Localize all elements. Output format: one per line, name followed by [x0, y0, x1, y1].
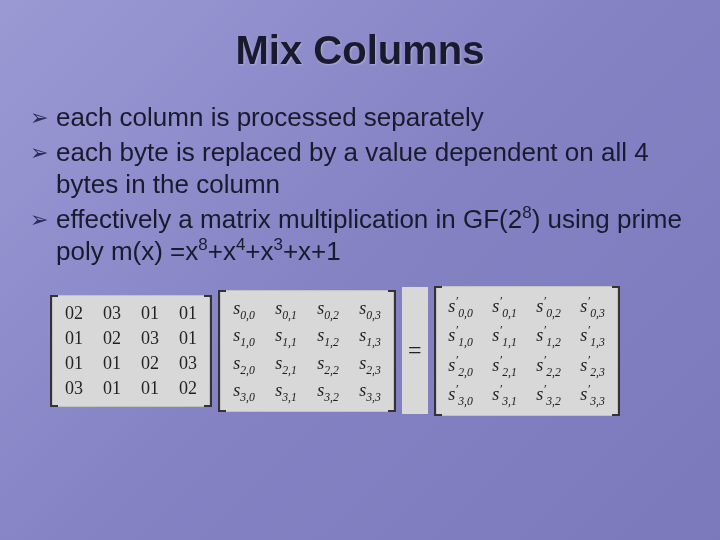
matrix-cell: s′1,3	[578, 323, 608, 349]
matrix-cell: 01	[62, 328, 86, 349]
matrix-cell: s0,0	[230, 298, 258, 322]
bullet-item: ➢ effectively a matrix multiplication in…	[30, 203, 690, 268]
bullet-item: ➢ each column is processed separately	[30, 101, 690, 134]
matrix-cell: 02	[100, 328, 124, 349]
matrix-cell: 01	[176, 328, 200, 349]
bullet-text: each column is processed separately	[56, 101, 690, 134]
matrix-cell: 03	[176, 353, 200, 374]
matrix-cell: s0,3	[356, 298, 384, 322]
bullet-text: effectively a matrix multiplication in G…	[56, 203, 690, 268]
matrix-cell: s′1,0	[446, 323, 476, 349]
matrix-cell: s3,0	[230, 380, 258, 404]
matrix-result: s′0,0s′0,1s′0,2s′0,3s′1,0s′1,1s′1,2s′1,3…	[434, 286, 620, 416]
matrix-cell: 01	[138, 303, 162, 324]
matrix-cell: s′3,2	[534, 382, 564, 408]
bullet-marker-icon: ➢	[30, 203, 48, 234]
matrix-cell: 03	[100, 303, 124, 324]
matrix-coefficients: 02030101010203010101020303010102	[50, 295, 212, 407]
matrix-cell: 03	[138, 328, 162, 349]
matrix-cell: s1,3	[356, 325, 384, 349]
bullet-text: each byte is replaced by a value depende…	[56, 136, 690, 201]
bullet-item: ➢ each byte is replaced by a value depen…	[30, 136, 690, 201]
matrix-cell: s3,3	[356, 380, 384, 404]
matrix-cell: s3,1	[272, 380, 300, 404]
matrix-cell: 03	[62, 378, 86, 399]
matrix-cell: 02	[138, 353, 162, 374]
matrix-cell: s′2,3	[578, 353, 608, 379]
matrix-cell: s0,1	[272, 298, 300, 322]
matrix-cell: 02	[176, 378, 200, 399]
matrix-cell: 02	[62, 303, 86, 324]
matrix-cell: s′0,1	[490, 294, 520, 320]
matrix-cell: s′3,3	[578, 382, 608, 408]
bullet-marker-icon: ➢	[30, 136, 48, 167]
matrix-cell: s′2,2	[534, 353, 564, 379]
matrix-cell: s3,2	[314, 380, 342, 404]
matrix-cell: s2,1	[272, 353, 300, 377]
matrix-cell: s′2,0	[446, 353, 476, 379]
matrix-cell: s2,2	[314, 353, 342, 377]
matrix-cell: s′3,0	[446, 382, 476, 408]
matrix-cell: s1,1	[272, 325, 300, 349]
matrix-cell: 01	[176, 303, 200, 324]
matrix-cell: s2,0	[230, 353, 258, 377]
matrix-state: s0,0s0,1s0,2s0,3s1,0s1,1s1,2s1,3s2,0s2,1…	[218, 290, 396, 412]
bullet-list: ➢ each column is processed separately ➢ …	[0, 101, 720, 268]
matrix-cell: s′2,1	[490, 353, 520, 379]
matrix-cell: s′1,1	[490, 323, 520, 349]
matrix-cell: 01	[62, 353, 86, 374]
matrix-equation: 02030101010203010101020303010102 s0,0s0,…	[0, 286, 720, 416]
matrix-cell: 01	[100, 378, 124, 399]
equals-sign: =	[402, 287, 428, 414]
bullet-marker-icon: ➢	[30, 101, 48, 132]
slide-title: Mix Columns	[0, 0, 720, 101]
matrix-cell: s′1,2	[534, 323, 564, 349]
matrix-cell: s′0,0	[446, 294, 476, 320]
matrix-cell: s′3,1	[490, 382, 520, 408]
matrix-cell: s1,0	[230, 325, 258, 349]
matrix-cell: 01	[138, 378, 162, 399]
matrix-cell: s0,2	[314, 298, 342, 322]
matrix-cell: s′0,2	[534, 294, 564, 320]
matrix-cell: s1,2	[314, 325, 342, 349]
matrix-cell: s2,3	[356, 353, 384, 377]
matrix-cell: s′0,3	[578, 294, 608, 320]
matrix-cell: 01	[100, 353, 124, 374]
